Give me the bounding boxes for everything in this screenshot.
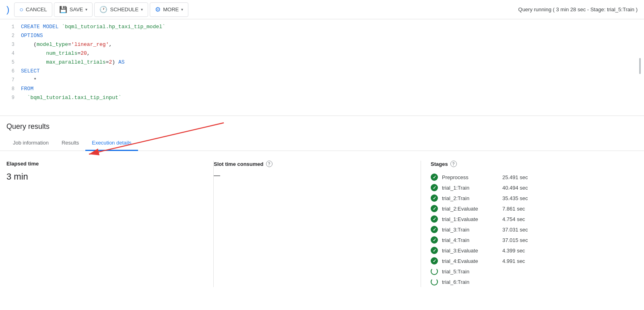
stage-time: 37.015 sec <box>502 237 528 243</box>
toolbar: ) ○ CANCEL 💾 SAVE ▾ 🕐 SCHEDULE ▾ ⚙ MORE … <box>0 0 644 19</box>
save-icon: 💾 <box>59 6 67 13</box>
code-token: OPTIONS <box>21 33 43 39</box>
code-line: 5 max_parallel_trials=2) AS <box>0 58 644 67</box>
stage-complete-icon <box>431 194 438 202</box>
code-line: 4 num_trials=20, <box>0 49 644 58</box>
line-number: 6 <box>3 67 14 75</box>
stage-time: 25.491 sec <box>502 174 528 180</box>
results-title: Query results <box>6 122 638 131</box>
stage-name: trial_3:Evaluate <box>442 248 498 254</box>
line-content: FROM <box>21 85 638 93</box>
stage-row: trial_3:Evaluate 4.399 sec <box>431 245 628 256</box>
stages-label: Stages ? <box>431 161 628 167</box>
stage-row: trial_2:Train 35.435 sec <box>431 193 628 203</box>
code-token: FROM <box>21 86 33 92</box>
tabs-bar: Job informationResultsExecution details <box>0 136 644 151</box>
line-number: 7 <box>3 76 14 84</box>
save-label: SAVE <box>70 6 83 12</box>
stage-name: trial_4:Train <box>442 237 498 243</box>
slot-help-icon[interactable]: ? <box>266 161 272 167</box>
more-chevron-icon: ▾ <box>181 7 183 12</box>
execution-content: Elapsed time 3 min Slot time consumed ? … <box>6 151 638 297</box>
stage-row: trial_4:Evaluate 4.991 sec <box>431 256 628 266</box>
stage-time: 35.435 sec <box>502 195 528 201</box>
code-token: max_parallel_trials <box>46 59 105 65</box>
stage-name: trial_1:Evaluate <box>442 216 498 222</box>
slot-time-col: Slot time consumed ? — <box>214 161 421 287</box>
code-token: 'linear_reg' <box>71 41 109 48</box>
code-token: AS <box>118 59 125 65</box>
schedule-button[interactable]: 🕐 SCHEDULE ▾ <box>94 2 148 17</box>
code-line: 2OPTIONS <box>0 31 644 40</box>
more-label: MORE <box>163 6 179 12</box>
stage-time: 4.399 sec <box>502 248 525 254</box>
schedule-chevron-icon: ▾ <box>141 7 143 12</box>
stage-running-icon <box>431 278 438 285</box>
code-editor[interactable]: 1CREATE MODEL `bqml_tutorial.hp_taxi_tip… <box>0 19 644 116</box>
stage-complete-icon <box>431 247 438 254</box>
code-token: num_trials <box>46 50 77 56</box>
stage-complete-icon <box>431 257 438 265</box>
code-token: `bqml_tutorial.taxi_tip_input` <box>21 95 122 101</box>
stage-name: trial_1:Train <box>442 185 498 191</box>
code-token <box>21 50 46 56</box>
code-token: , <box>87 50 90 56</box>
code-line: 9 `bqml_tutorial.taxi_tip_input` <box>0 93 644 102</box>
stage-time: 4.754 sec <box>502 216 525 222</box>
stage-name: trial_4:Evaluate <box>442 258 498 264</box>
stage-complete-icon <box>431 215 438 223</box>
line-content: max_parallel_trials=2) AS <box>21 58 638 66</box>
code-line: 3 (model_type='linear_reg', <box>0 40 644 49</box>
stage-name: trial_2:Evaluate <box>442 206 498 212</box>
stage-time: 7.861 sec <box>502 206 525 212</box>
code-line: 6SELECT <box>0 67 644 76</box>
code-token: SELECT <box>21 68 40 74</box>
line-content: * <box>21 76 638 84</box>
cancel-button[interactable]: ○ CANCEL <box>14 2 52 17</box>
stage-complete-icon <box>431 205 438 212</box>
stage-name: trial_3:Train <box>442 227 498 233</box>
stages-col: Stages ? Preprocess 25.491 sec trial_1:T… <box>421 161 638 287</box>
code-token: model_type <box>37 41 68 48</box>
more-icon: ⚙ <box>155 6 161 13</box>
line-number: 5 <box>3 58 14 66</box>
stage-row: trial_5:Train <box>431 266 628 277</box>
code-token: , <box>109 41 112 48</box>
line-number: 2 <box>3 32 14 40</box>
stage-row: trial_4:Train 37.015 sec <box>431 235 628 245</box>
line-number: 4 <box>3 50 14 58</box>
stage-row: trial_1:Train 40.494 sec <box>431 182 628 193</box>
stage-time: 37.031 sec <box>502 227 528 233</box>
stage-name: Preprocess <box>442 174 498 180</box>
tab-results[interactable]: Results <box>55 136 85 151</box>
scrollbar-handle[interactable] <box>639 58 641 74</box>
cancel-label: CANCEL <box>26 6 47 12</box>
stage-row: trial_3:Train 37.031 sec <box>431 224 628 235</box>
stage-complete-icon <box>431 236 438 244</box>
stage-complete-icon <box>431 184 438 191</box>
tab-job-info[interactable]: Job information <box>6 136 55 151</box>
line-number: 8 <box>3 85 14 93</box>
stage-name: trial_6:Train <box>442 279 498 285</box>
stage-row: trial_6:Train <box>431 277 628 287</box>
stage-name: trial_5:Train <box>442 269 498 275</box>
code-token: = <box>68 41 71 48</box>
line-number: 3 <box>3 41 14 49</box>
line-number: 9 <box>3 94 14 102</box>
elapsed-label: Elapsed time <box>6 161 204 167</box>
code-token: * <box>21 77 37 83</box>
code-token <box>21 59 46 65</box>
stages-help-icon[interactable]: ? <box>450 161 457 167</box>
line-content: OPTIONS <box>21 32 638 40</box>
stage-row: Preprocess 25.491 sec <box>431 172 628 182</box>
schedule-icon: 🕐 <box>99 6 107 13</box>
save-chevron-icon: ▾ <box>85 7 87 12</box>
save-button[interactable]: 💾 SAVE ▾ <box>54 2 93 17</box>
stage-complete-icon <box>431 174 438 181</box>
query-status: Query running ( 3 min 28 sec - Stage: tr… <box>518 6 638 12</box>
code-line: 7 * <box>0 76 644 85</box>
tab-execution[interactable]: Execution details <box>85 136 138 151</box>
code-token: `bqml_tutorial.hp_taxi_tip_model` <box>62 24 165 30</box>
cancel-icon: ○ <box>19 6 23 13</box>
more-button[interactable]: ⚙ MORE ▾ <box>150 2 188 17</box>
